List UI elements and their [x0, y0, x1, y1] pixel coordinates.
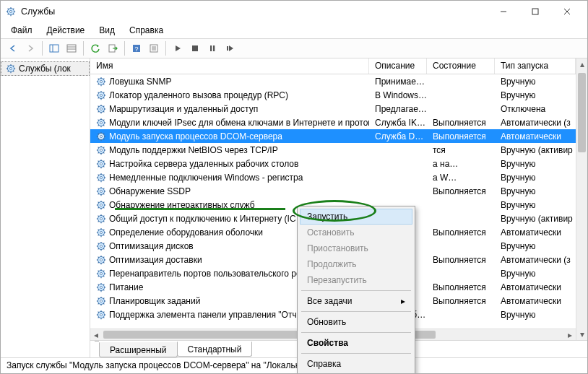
service-startup: Отключена — [495, 102, 576, 116]
service-startup: Автоматически — [495, 225, 576, 239]
export-button[interactable] — [105, 40, 121, 56]
service-icon — [96, 255, 106, 265]
service-startup: Вручную — [495, 308, 576, 321]
service-startup: Вручную — [495, 170, 576, 184]
service-name: Модули ключей IPsec для обмена ключами в… — [109, 118, 369, 128]
ctx-help[interactable]: Справка — [300, 356, 412, 372]
scroll-right-arrow[interactable]: ▸ — [564, 329, 576, 340]
service-icon — [96, 173, 106, 183]
menu-file[interactable]: Файл — [5, 24, 38, 37]
service-row[interactable]: Модуль поддержки NetBIOS через TCP/IPтся… — [90, 143, 576, 157]
col-state[interactable]: Состояние — [427, 58, 495, 74]
scroll-down-arrow[interactable]: ▾ — [576, 329, 587, 340]
properties-button[interactable] — [146, 40, 162, 56]
service-row[interactable]: Настройка сервера удаленных рабочих стол… — [90, 157, 576, 170]
service-row[interactable]: Ловушка SNMPПринимае…Вручную — [90, 74, 576, 88]
service-state — [427, 88, 495, 102]
restart-service-button[interactable] — [222, 40, 238, 56]
service-icon — [96, 90, 106, 100]
scroll-left-arrow[interactable]: ◂ — [90, 329, 102, 340]
service-icon — [96, 282, 106, 292]
service-startup: Автоматически — [495, 294, 576, 308]
ctx-resume[interactable]: Продолжить — [300, 256, 412, 272]
tab-standard[interactable]: Стандартный — [177, 342, 253, 357]
tab-extended[interactable]: Расширенный — [99, 342, 178, 357]
service-state — [427, 308, 495, 321]
service-icon — [96, 269, 106, 279]
ctx-properties[interactable]: Свойства — [300, 335, 412, 351]
svg-rect-14 — [50, 45, 59, 52]
show-hide-tree-button[interactable] — [46, 40, 62, 56]
service-row[interactable]: Модуль запуска процессов DCOM-сервераСлу… — [90, 129, 576, 143]
service-startup: Вручную (активир — [495, 212, 576, 225]
service-row[interactable]: Маршрутизация и удаленный доступПредлага… — [90, 102, 576, 116]
maximize-button[interactable] — [519, 1, 551, 22]
service-name: Обнаружение SSDP — [109, 186, 191, 196]
ctx-restart[interactable]: Перезапустить — [300, 272, 412, 288]
forward-button[interactable] — [22, 40, 38, 56]
service-icon — [96, 77, 106, 87]
back-button[interactable] — [5, 40, 21, 56]
refresh-button[interactable] — [87, 40, 103, 56]
service-desc: Принимае… — [369, 74, 427, 88]
svg-rect-28 — [213, 45, 215, 51]
ctx-stop[interactable]: Остановить — [300, 225, 412, 240]
service-startup: Вручную — [495, 198, 576, 212]
ctx-refresh[interactable]: Обновить — [300, 314, 412, 330]
service-desc: Предлагае… — [369, 102, 427, 116]
service-row[interactable]: Локатор удаленного вызова процедур (RPC)… — [90, 88, 576, 102]
service-row[interactable]: Обнаружение SSDPВыполняетсяВручную — [90, 184, 576, 198]
service-state: Выполняется — [427, 294, 495, 308]
service-desc: Служба D… — [369, 129, 427, 143]
chevron-right-icon: ▸ — [401, 296, 405, 306]
service-icon — [96, 241, 106, 251]
service-icon — [96, 131, 106, 142]
service-row[interactable]: Немедленные подключения Windows - регист… — [90, 170, 576, 184]
col-name[interactable]: Имя — [90, 58, 369, 74]
service-desc: Служба IK… — [369, 116, 427, 129]
toolbar: ? — [1, 38, 587, 58]
list-header: Имя Описание Состояние Тип запуска — [90, 58, 576, 74]
menu-view[interactable]: Вид — [93, 24, 121, 37]
col-startup[interactable]: Тип запуска — [495, 58, 576, 74]
service-desc — [369, 184, 427, 198]
service-icon — [96, 159, 106, 169]
service-icon — [96, 227, 106, 238]
service-startup: Автоматически (з — [495, 116, 576, 129]
ctx-start[interactable]: Запустить — [300, 209, 412, 225]
service-startup: Вручную (активир — [495, 143, 576, 157]
svg-rect-26 — [192, 45, 198, 51]
scroll-v-thumb[interactable] — [578, 73, 586, 152]
stop-service-button[interactable] — [187, 40, 203, 56]
service-name: Обнаружение интерактивных служб — [109, 200, 255, 210]
pause-service-button[interactable] — [204, 40, 220, 56]
start-service-button[interactable] — [170, 40, 186, 56]
details-button[interactable] — [64, 40, 79, 56]
statusbar: Запуск службы "Модуль запуска процессов … — [1, 357, 587, 373]
service-icon — [96, 118, 106, 128]
ctx-pause[interactable]: Приостановить — [300, 240, 412, 256]
help-button[interactable]: ? — [129, 40, 144, 56]
minimize-button[interactable] — [488, 1, 519, 22]
service-state — [427, 239, 495, 253]
service-name: Определение оборудования оболочки — [109, 227, 263, 238]
close-button[interactable] — [551, 1, 583, 22]
menu-help[interactable]: Справка — [124, 24, 169, 37]
service-startup: Вручную — [495, 157, 576, 170]
service-name: Модуль запуска процессов DCOM-сервера — [109, 131, 282, 142]
scrollbar-vertical[interactable]: ▴ ▾ — [576, 58, 587, 340]
service-row[interactable]: Модули ключей IPsec для обмена ключами в… — [90, 116, 576, 129]
service-desc — [369, 170, 427, 184]
nav-services-local[interactable]: Службы (лок — [1, 61, 90, 76]
menu-action[interactable]: Действие — [41, 24, 91, 37]
scroll-up-arrow[interactable]: ▴ — [576, 58, 587, 70]
service-state: тся — [427, 143, 495, 157]
ctx-all-tasks[interactable]: Все задачи▸ — [300, 293, 412, 309]
context-menu: Запустить Остановить Приостановить Продо… — [297, 206, 415, 374]
window-title: Службы — [21, 6, 488, 17]
svg-rect-11 — [532, 9, 538, 14]
service-name: Настройка сервера удаленных рабочих стол… — [109, 159, 298, 169]
col-description[interactable]: Описание — [369, 58, 427, 74]
service-name: Маршрутизация и удаленный доступ — [109, 104, 258, 114]
service-startup: Вручную — [495, 239, 576, 253]
